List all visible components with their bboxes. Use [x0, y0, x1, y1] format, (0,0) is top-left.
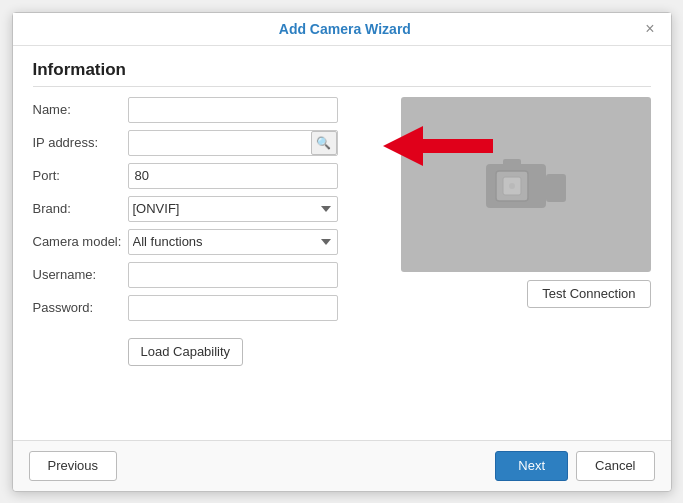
add-camera-wizard-dialog: Add Camera Wizard × Information Name: IP… — [12, 12, 672, 492]
next-button[interactable]: Next — [495, 451, 568, 481]
preview-area: Test Connection — [401, 97, 651, 426]
cancel-button[interactable]: Cancel — [576, 451, 654, 481]
brand-row: Brand: [ONVIF] Axis Bosch Dahua Hikvisio… — [33, 196, 385, 222]
form-area: Name: IP address: 🔍 Port: — [33, 97, 385, 426]
username-label: Username: — [33, 267, 128, 282]
dialog-title: Add Camera Wizard — [47, 21, 644, 37]
password-input[interactable] — [128, 295, 338, 321]
camera-preview — [401, 97, 651, 272]
form-and-preview: Name: IP address: 🔍 Port: — [33, 97, 651, 426]
section-title: Information — [33, 60, 651, 87]
svg-rect-4 — [546, 174, 566, 202]
ip-row: IP address: 🔍 — [33, 130, 385, 156]
close-button[interactable]: × — [643, 21, 656, 37]
ip-input[interactable] — [128, 130, 338, 156]
test-connection-button[interactable]: Test Connection — [527, 280, 650, 308]
ip-label: IP address: — [33, 135, 128, 150]
search-icon: 🔍 — [316, 136, 331, 150]
port-input[interactable] — [128, 163, 338, 189]
ip-search-button[interactable]: 🔍 — [311, 131, 337, 155]
camera-model-select[interactable]: All functions Fixed camera PTZ camera — [128, 229, 338, 255]
svg-point-3 — [509, 183, 515, 189]
username-input[interactable] — [128, 262, 338, 288]
brand-label: Brand: — [33, 201, 128, 216]
password-label: Password: — [33, 300, 128, 315]
load-capability-button[interactable]: Load Capability — [128, 338, 244, 366]
footer-left: Previous — [29, 451, 118, 481]
password-row: Password: — [33, 295, 385, 321]
load-capability-row: Load Capability — [33, 332, 385, 366]
camera-model-row: Camera model: All functions Fixed camera… — [33, 229, 385, 255]
dialog-content: Information Name: IP address: 🔍 — [13, 46, 671, 440]
name-label: Name: — [33, 102, 128, 117]
brand-select[interactable]: [ONVIF] Axis Bosch Dahua Hikvision Sony — [128, 196, 338, 222]
footer-right: Next Cancel — [495, 451, 654, 481]
name-input[interactable] — [128, 97, 338, 123]
camera-placeholder-icon — [481, 149, 571, 219]
port-row: Port: — [33, 163, 385, 189]
svg-rect-5 — [503, 159, 521, 167]
username-row: Username: — [33, 262, 385, 288]
ip-wrapper: 🔍 — [128, 130, 338, 156]
dialog-titlebar: Add Camera Wizard × — [13, 13, 671, 46]
dialog-footer: Previous Next Cancel — [13, 440, 671, 491]
port-label: Port: — [33, 168, 128, 183]
camera-model-label: Camera model: — [33, 234, 128, 249]
previous-button[interactable]: Previous — [29, 451, 118, 481]
name-row: Name: — [33, 97, 385, 123]
